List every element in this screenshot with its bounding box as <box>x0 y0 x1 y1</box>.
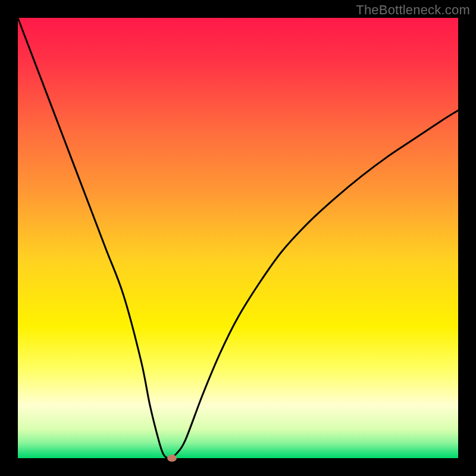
bottleneck-chart <box>0 0 476 476</box>
watermark-text: TheBottleneck.com <box>356 2 470 18</box>
minimum-marker <box>167 455 177 462</box>
plot-background <box>18 18 458 458</box>
